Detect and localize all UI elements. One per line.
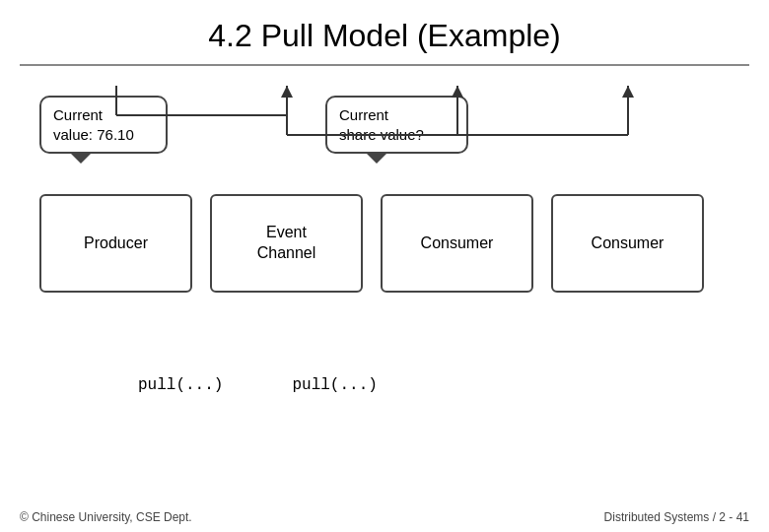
svg-marker-10: [622, 86, 634, 98]
box-producer: Producer: [39, 194, 192, 293]
box-consumer-2: Consumer: [551, 194, 704, 293]
footer: © Chinese University, CSE Dept. Distribu…: [0, 510, 769, 524]
pull-label-2: pull(...): [292, 376, 377, 394]
arrows-diagram: [39, 86, 730, 165]
page-title: 4.2 Pull Model (Example): [0, 0, 769, 64]
divider: [20, 64, 749, 66]
footer-left: © Chinese University, CSE Dept.: [20, 510, 192, 524]
content-area: Current value: 76.10 Current share value…: [39, 86, 730, 480]
boxes-row: Producer Event Channel Consumer Consumer: [39, 194, 730, 293]
box-consumer-1: Consumer: [381, 194, 533, 293]
svg-marker-7: [452, 86, 463, 98]
box-event-channel: Event Channel: [210, 194, 363, 293]
pull-label-1: pull(...): [138, 376, 223, 394]
footer-right: Distributed Systems / 2 - 41: [604, 510, 749, 524]
pull-labels: pull(...) pull(...): [39, 376, 730, 394]
